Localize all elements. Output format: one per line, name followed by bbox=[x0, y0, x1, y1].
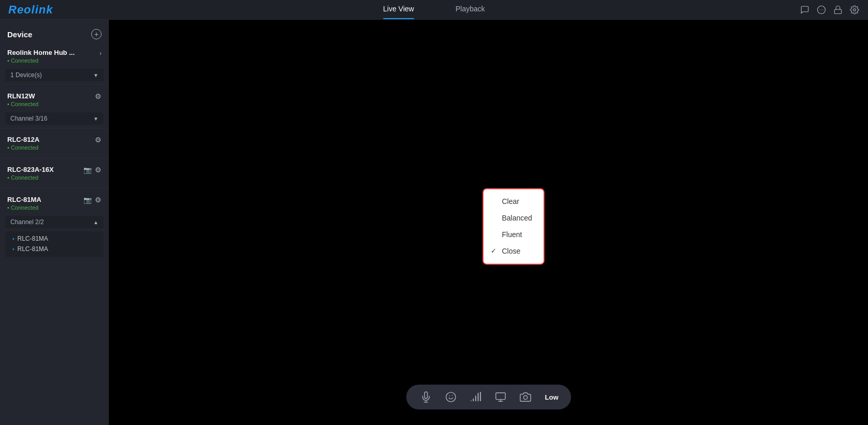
bottom-toolbar: Low bbox=[406, 385, 571, 409]
device-info-rlc81ma: RLC-81MA Connected bbox=[7, 196, 83, 211]
device-group-hub: Reolink Home Hub ... Connected › 1 Devic… bbox=[0, 45, 109, 81]
device-name-rlc823a: RLC-823A-16X bbox=[7, 166, 83, 173]
quality-label[interactable]: Low bbox=[545, 393, 559, 401]
rln12w-channel-dropdown[interactable]: Channel 3/16 ▼ bbox=[5, 112, 104, 125]
main-layout: Device + Reolink Home Hub ... Connected … bbox=[0, 20, 868, 425]
device-name-rlc812a: RLC-812A bbox=[7, 136, 95, 143]
rlc81ma-channel-item-1[interactable]: RLC-81MA bbox=[12, 233, 96, 244]
device-item-hub[interactable]: Reolink Home Hub ... Connected › bbox=[0, 45, 109, 68]
nav: Live View Playback bbox=[383, 5, 485, 15]
nav-live-view[interactable]: Live View bbox=[383, 5, 414, 15]
logo: Reolink bbox=[8, 3, 53, 17]
svg-rect-1 bbox=[834, 9, 842, 13]
svg-point-9 bbox=[523, 395, 527, 399]
lock-icon[interactable] bbox=[833, 5, 843, 15]
hub-channel-text: 1 Device(s) bbox=[10, 71, 42, 79]
header: Reolink Live View Playback bbox=[0, 0, 868, 20]
quality-option-clear[interactable]: Clear bbox=[483, 193, 544, 210]
device-item-rlc812a[interactable]: RLC-812A Connected ⚙ bbox=[0, 131, 109, 155]
rlc81ma-channel-arrow-up-icon: ▲ bbox=[93, 219, 98, 225]
device-group-rlc823a: RLC-823A-16X Connected 📷 ⚙ bbox=[0, 162, 109, 185]
nav-playback[interactable]: Playback bbox=[456, 5, 485, 15]
device-item-rlc823a[interactable]: RLC-823A-16X Connected 📷 ⚙ bbox=[0, 162, 109, 185]
svg-point-2 bbox=[853, 8, 856, 11]
device-status-rlc812a: Connected bbox=[7, 144, 95, 151]
device-group-rlc81ma: RLC-81MA Connected 📷 ⚙ Channel 2/2 ▲ RLC… bbox=[0, 192, 109, 257]
screen-icon[interactable] bbox=[493, 390, 508, 404]
hub-channel-arrow-icon: ▼ bbox=[93, 72, 98, 78]
hub-arrow-icon: › bbox=[99, 50, 102, 57]
rlc81ma-gear-icon[interactable]: ⚙ bbox=[95, 196, 102, 204]
rlc812a-gear-icon[interactable]: ⚙ bbox=[95, 136, 102, 144]
settings-icon[interactable] bbox=[849, 5, 860, 15]
quality-dropdown-popup: Clear Balanced Fluent Close bbox=[482, 188, 545, 265]
divider-4 bbox=[0, 188, 109, 188]
sidebar-header: Device + bbox=[0, 26, 109, 45]
device-status-rlc81ma: Connected bbox=[7, 204, 83, 211]
svg-point-3 bbox=[446, 392, 455, 402]
device-info-rln12w: RLN12W Connected bbox=[7, 92, 95, 107]
rlc81ma-channel-text: Channel 2/2 bbox=[10, 218, 44, 226]
message-icon[interactable] bbox=[800, 5, 810, 15]
rlc81ma-cam-icon: 📷 bbox=[83, 196, 92, 204]
device-status-rlc823a: Connected bbox=[7, 174, 83, 181]
device-status-hub: Connected bbox=[7, 57, 99, 64]
quality-option-close[interactable]: Close bbox=[483, 243, 544, 259]
quality-option-fluent[interactable]: Fluent bbox=[483, 226, 544, 243]
divider-1 bbox=[0, 84, 109, 85]
add-device-button[interactable]: + bbox=[91, 29, 102, 39]
device-info-hub: Reolink Home Hub ... Connected bbox=[7, 49, 99, 64]
device-group-rln12w: RLN12W Connected ⚙ Channel 3/16 ▼ bbox=[0, 88, 109, 125]
header-icons bbox=[800, 5, 860, 15]
rlc81ma-channel-item-2[interactable]: RLC-81MA bbox=[12, 244, 96, 254]
chat-icon[interactable] bbox=[816, 5, 827, 15]
rlc81ma-channel-dropdown[interactable]: Channel 2/2 ▲ bbox=[5, 216, 104, 228]
device-name-rln12w: RLN12W bbox=[7, 92, 95, 100]
sidebar-title: Device bbox=[7, 30, 32, 39]
signal-icon[interactable] bbox=[468, 390, 483, 404]
device-status-rln12w: Connected bbox=[7, 101, 95, 107]
smiley-icon[interactable] bbox=[444, 390, 458, 404]
device-info-rlc823a: RLC-823A-16X Connected bbox=[7, 166, 83, 181]
divider-3 bbox=[0, 158, 109, 158]
hub-channel-dropdown[interactable]: 1 Device(s) ▼ bbox=[5, 69, 104, 81]
device-name-rlc81ma: RLC-81MA bbox=[7, 196, 83, 203]
rln12w-gear-icon[interactable]: ⚙ bbox=[95, 92, 102, 100]
device-item-rlc81ma[interactable]: RLC-81MA Connected 📷 ⚙ bbox=[0, 192, 109, 215]
device-info-rlc812a: RLC-812A Connected bbox=[7, 136, 95, 151]
rlc823a-gear-icon[interactable]: ⚙ bbox=[95, 166, 102, 174]
device-item-rln12w[interactable]: RLN12W Connected ⚙ bbox=[0, 88, 109, 111]
sidebar: Device + Reolink Home Hub ... Connected … bbox=[0, 20, 109, 425]
camera-capture-icon[interactable] bbox=[518, 390, 533, 404]
live-view-content: Clear Balanced Fluent Close bbox=[109, 20, 868, 425]
rlc823a-cam-icon: 📷 bbox=[83, 166, 92, 174]
microphone-icon[interactable] bbox=[419, 390, 433, 404]
svg-rect-6 bbox=[495, 393, 505, 400]
device-name-hub: Reolink Home Hub ... bbox=[7, 49, 99, 56]
rln12w-channel-arrow-icon: ▼ bbox=[93, 116, 98, 122]
divider-2 bbox=[0, 128, 109, 128]
rln12w-channel-text: Channel 3/16 bbox=[10, 115, 47, 122]
device-group-rlc812a: RLC-812A Connected ⚙ bbox=[0, 131, 109, 155]
quality-option-balanced[interactable]: Balanced bbox=[483, 210, 544, 226]
rlc81ma-channel-list: RLC-81MA RLC-81MA bbox=[5, 231, 104, 257]
